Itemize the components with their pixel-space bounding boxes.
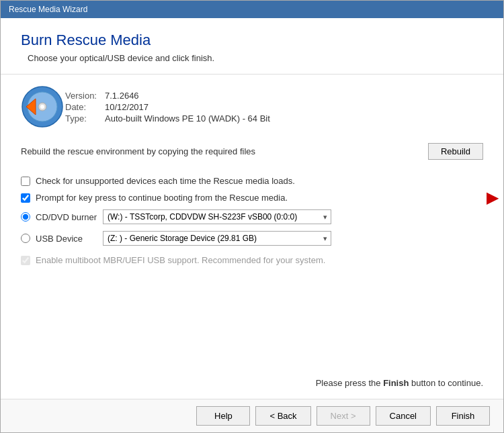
window-title: Rescue Media Wizard <box>9 5 87 14</box>
subtitle: Choose your optical/USB device and click… <box>28 53 483 63</box>
version-value: 7.1.2646 <box>105 91 270 101</box>
main-window: Rescue Media Wizard Burn Rescue Media Ch… <box>0 0 504 433</box>
rebuild-button[interactable]: Rebuild <box>428 143 483 160</box>
rebuild-row: Rebuild the rescue environment by copyin… <box>21 139 483 164</box>
finish-hint-after: button to continue. <box>409 378 483 388</box>
multiboot-row: Enable multiboot MBR/UEFI USB support. R… <box>21 255 483 265</box>
radio-usb[interactable] <box>21 234 30 243</box>
usb-select[interactable]: (Z: ) - Generic Storage Device (29.81 GB… <box>103 231 331 246</box>
checkbox-multiboot <box>21 256 30 265</box>
multiboot-label: Enable multiboot MBR/UEFI USB support. R… <box>36 255 325 265</box>
disc-icon <box>21 85 64 128</box>
radio-cddvd[interactable] <box>21 212 30 222</box>
checkbox-prompt-label[interactable]: Prompt for key press to continue booting… <box>36 193 288 203</box>
radio-cddvd-label[interactable]: CD/DVD burner <box>36 212 103 222</box>
content-area: Burn Rescue Media Choose your optical/US… <box>1 18 503 432</box>
back-button[interactable]: < Back <box>255 406 310 426</box>
cddvd-select[interactable]: (W:) - TSSTcorp, CDDVDW SH-S223F vSB00 (… <box>103 209 331 224</box>
checkbox-prompt-row: Prompt for key press to continue booting… <box>21 193 483 203</box>
finish-button[interactable]: Finish <box>436 406 490 426</box>
info-table-wrap: Version: 7.1.2646 Date: 10/12/2017 Type:… <box>64 89 271 125</box>
info-table: Version: 7.1.2646 Date: 10/12/2017 Type:… <box>64 89 271 125</box>
rebuild-text: Rebuild the rescue environment by copyin… <box>21 146 255 156</box>
checkbox-unsupported-label[interactable]: Check for unsupported devices each time … <box>36 176 295 186</box>
radio-usb-row: USB Device (Z: ) - Generic Storage Devic… <box>21 231 483 246</box>
finish-hint-before: Please press the <box>316 378 383 388</box>
info-row: Version: 7.1.2646 Date: 10/12/2017 Type:… <box>21 85 483 128</box>
red-arrow-annotation: ▶ <box>487 189 498 207</box>
finish-hint: Please press the Finish button to contin… <box>21 373 483 388</box>
footer: Help < Back Next > Cancel Finish <box>1 399 503 432</box>
svg-point-3 <box>40 105 44 109</box>
header-section: Burn Rescue Media Choose your optical/US… <box>1 18 503 75</box>
titlebar: Rescue Media Wizard <box>1 1 503 18</box>
usb-select-wrapper: (Z: ) - Generic Storage Device (29.81 GB… <box>103 231 331 246</box>
cancel-button[interactable]: Cancel <box>376 406 431 426</box>
cddvd-select-wrapper: (W:) - TSSTcorp, CDDVDW SH-S223F vSB00 (… <box>103 209 331 224</box>
checkbox-prompt[interactable] <box>21 193 30 203</box>
main-area: Version: 7.1.2646 Date: 10/12/2017 Type:… <box>1 75 503 399</box>
radio-usb-label[interactable]: USB Device <box>36 234 103 244</box>
next-button[interactable]: Next > <box>317 406 370 426</box>
radio-cddvd-row: CD/DVD burner (W:) - TSSTcorp, CDDVDW SH… <box>21 209 483 224</box>
checkbox-unsupported[interactable] <box>21 177 30 186</box>
page-title: Burn Rescue Media <box>21 32 483 49</box>
date-value: 10/12/2017 <box>105 102 270 112</box>
type-label: Type: <box>65 113 103 124</box>
type-value: Auto-built Windows PE 10 (WADK) - 64 Bit <box>105 113 270 124</box>
checkbox-unsupported-row: Check for unsupported devices each time … <box>21 176 483 186</box>
date-label: Date: <box>65 102 103 112</box>
version-label: Version: <box>65 91 103 101</box>
finish-hint-bold: Finish <box>383 378 409 388</box>
help-button[interactable]: Help <box>196 406 250 426</box>
